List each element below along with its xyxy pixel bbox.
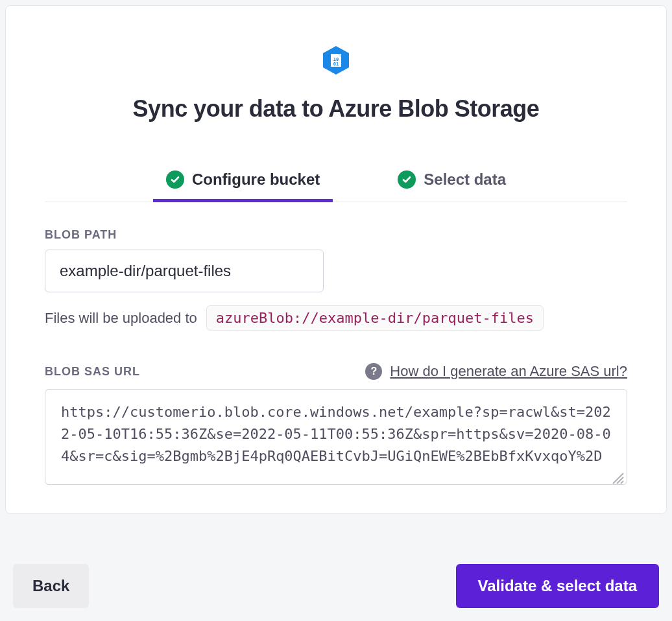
blob-path-input[interactable]	[45, 250, 324, 292]
tab-select-data[interactable]: Select data	[385, 161, 519, 202]
validate-select-button[interactable]: Validate & select data	[456, 564, 659, 608]
tab-label: Select data	[424, 170, 506, 189]
sas-url-label-row: BLOB SAS URL ? How do I generate an Azur…	[45, 363, 627, 380]
sas-help-link[interactable]: How do I generate an Azure SAS url?	[390, 363, 627, 380]
sas-help-group: ? How do I generate an Azure SAS url?	[365, 363, 627, 380]
tab-label: Configure bucket	[192, 170, 320, 189]
hint-path-code: azureBlob://example-dir/parquet-files	[206, 305, 544, 331]
blob-path-field: BLOB PATH Files will be uploaded to azur…	[45, 228, 627, 331]
help-icon[interactable]: ?	[365, 363, 382, 380]
svg-text:01: 01	[333, 62, 339, 67]
config-card: 10 01 Sync your data to Azure Blob Stora…	[5, 5, 667, 514]
sas-url-field	[45, 389, 627, 487]
sas-url-input[interactable]	[45, 389, 627, 485]
footer-actions: Back Validate & select data	[0, 548, 672, 621]
step-tabs: Configure bucket Select data	[45, 161, 627, 202]
page: 10 01 Sync your data to Azure Blob Stora…	[0, 5, 672, 621]
azure-blob-icon: 10 01	[45, 45, 627, 76]
check-icon	[166, 170, 184, 189]
blob-path-label: BLOB PATH	[45, 228, 627, 242]
back-button[interactable]: Back	[13, 564, 89, 608]
check-icon	[398, 170, 416, 189]
tab-configure-bucket[interactable]: Configure bucket	[153, 161, 333, 202]
hint-prefix: Files will be uploaded to	[45, 310, 197, 327]
sas-url-label: BLOB SAS URL	[45, 365, 140, 379]
blob-path-hint: Files will be uploaded to azureBlob://ex…	[45, 305, 627, 331]
page-title: Sync your data to Azure Blob Storage	[45, 95, 627, 123]
